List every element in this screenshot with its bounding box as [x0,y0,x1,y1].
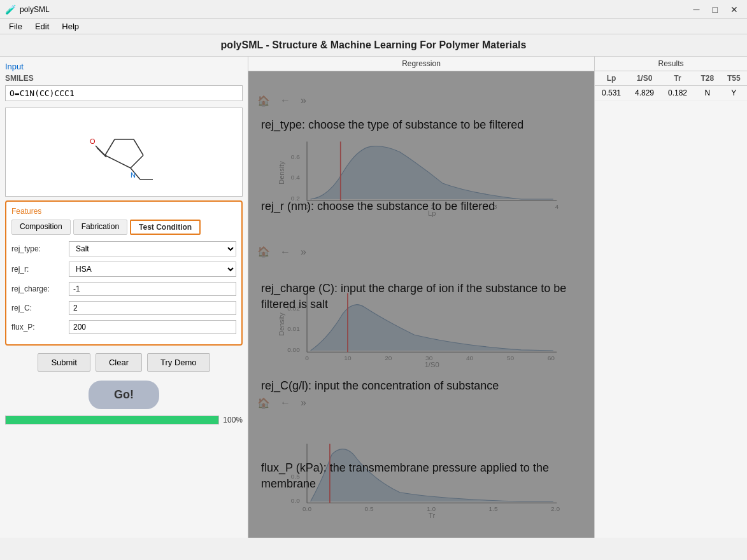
features-tabs: Composition Fabrication Test Condition [11,220,236,235]
menu-bar: File Edit Help [0,19,747,34]
regression-label: Regression [402,59,441,68]
val-t28: N [694,86,720,101]
features-section: Features Composition Fabrication Test Co… [5,200,243,346]
rej-charge-label: rej_charge: [11,284,69,293]
rej-c-label: rej_C: [11,304,69,312]
svg-line-4 [105,155,131,168]
svg-text:O: O [90,137,96,145]
main-layout: Input SMILES [0,57,747,538]
tooltip-overlay: rej_type: choose the type of substance t… [248,71,594,538]
go-button-row: Go! [5,381,243,409]
regression-panel-header: Regression [248,57,594,71]
rej-charge-row: rej_charge: [11,282,236,296]
svg-line-3 [131,155,143,168]
tooltip-rej-type: rej_type: choose the type of substance t… [261,117,581,133]
rej-r-label: rej_r: [11,265,69,274]
progress-label: 100% [223,416,243,424]
tab-fabrication[interactable]: Fabrication [73,220,127,235]
submit-button[interactable]: Submit [38,353,90,372]
svg-line-2 [134,139,143,155]
action-buttons: Submit Clear Try Demo [5,353,243,372]
go-button[interactable]: Go! [89,381,159,409]
features-title: Features [11,207,236,216]
rej-type-select[interactable]: Salt Protein Dye [69,241,236,256]
right-panel: Results Lp 1/S0 Tr T28 T55 0.531 4.829 0… [594,57,747,538]
rej-charge-input[interactable] [69,282,236,296]
val-lp: 0.531 [595,86,628,101]
col-lp: Lp [595,71,628,86]
molecule-preview: O N [5,108,243,197]
col-t55: T55 [721,71,748,86]
middle-panel: Regression 🏠 ← » 0.2 0.4 0.6 [248,57,594,538]
progress-bar-fill [6,416,218,424]
progress-bar-bg [5,416,219,424]
rej-c-input[interactable] [69,301,236,315]
minimize-button[interactable]: ─ [690,3,704,16]
col-t28: T28 [694,71,720,86]
smiles-input[interactable] [5,85,243,101]
col-s0: 1/S0 [628,71,661,86]
flux-p-label: flux_P: [11,323,69,332]
rej-type-row: rej_type: Salt Protein Dye [11,241,236,256]
molecule-svg: O N [60,114,188,190]
rej-type-label: rej_type: [11,244,69,253]
flux-p-row: flux_P: [11,320,236,334]
tab-composition[interactable]: Composition [11,220,71,235]
val-tr: 0.182 [661,86,694,101]
col-tr: Tr [661,71,694,86]
flux-p-input[interactable] [69,320,236,334]
title-bar: 🧪 polySML ─ □ ✕ [0,0,747,19]
results-table: Lp 1/S0 Tr T28 T55 0.531 4.829 0.182 N Y [595,71,747,101]
rej-r-select[interactable]: HSA BSA NaCl [69,262,236,277]
close-button[interactable]: ✕ [727,3,742,16]
input-panel-header: Input [5,62,243,74]
tooltip-rej-charge: rej_charge (C): input the charge of ion … [261,281,581,312]
val-t55: Y [721,86,748,101]
svg-text:N: N [131,171,136,179]
clear-button[interactable]: Clear [96,353,142,372]
menu-edit[interactable]: Edit [29,20,55,32]
progress-bar-container: 100% [5,416,243,424]
rej-r-row: rej_r: HSA BSA NaCl [11,262,236,277]
results-row: 0.531 4.829 0.182 N Y [595,86,747,101]
rej-c-row: rej_C: [11,301,236,315]
left-panel: Input SMILES [0,57,248,538]
window-title: polySML [20,5,690,14]
svg-line-6 [97,148,106,157]
tab-test-condition[interactable]: Test Condition [130,220,201,235]
menu-help[interactable]: Help [55,20,85,32]
input-label: Input [5,62,24,71]
app-icon: 🧪 [5,4,16,15]
chart-area: 🏠 ← » 0.2 0.4 0.6 0 1 2 3 [248,71,594,538]
window-controls: ─ □ ✕ [690,3,742,16]
app-title: polySML - Structure & Machine Learning F… [0,34,747,57]
results-header: Results [595,57,747,71]
smiles-label: SMILES [5,74,243,83]
svg-line-0 [105,139,115,155]
maximize-button[interactable]: □ [709,3,722,16]
val-s0: 4.829 [628,86,661,101]
tooltip-rej-c: rej_C(g/l): input the concentration of s… [261,378,581,394]
menu-file[interactable]: File [3,20,29,32]
smiles-section: SMILES [5,74,243,101]
try-demo-button[interactable]: Try Demo [147,353,210,372]
tooltip-rej-r: rej_r (nm): choose the substance to be f… [261,199,581,214]
tooltip-flux-p: flux_P (kPa): the transmembrane pressure… [261,460,581,492]
